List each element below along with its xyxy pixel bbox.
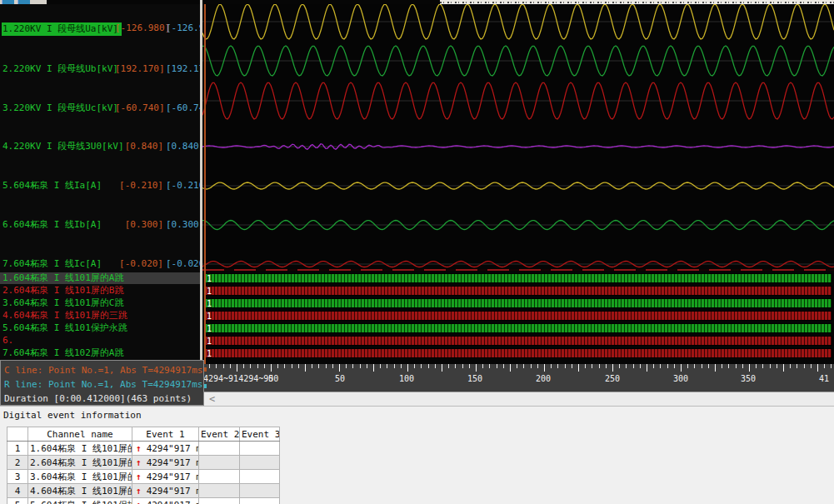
digital-bar: 1	[204, 273, 832, 283]
digital-bar: 1	[204, 323, 832, 333]
r-line-status: R line: Point No.=1, Abs T=4294917ms, Re…	[4, 377, 203, 392]
event-table-row[interactable]: 22.604柘泉 I 线101屏的B跳↑4294"917 ms	[7, 456, 280, 470]
ruler-left-label: 4294~914294~950	[203, 374, 278, 383]
rising-edge-arrow-icon: ↑	[136, 443, 142, 454]
digital-channel-row[interactable]: 4.604柘泉 I 线101屏的三跳	[0, 310, 200, 322]
digital-bar-value: 1	[207, 348, 212, 359]
event-2-cell	[199, 498, 240, 504]
digital-channel-row[interactable]: 7.604柘泉 I 线102屏的A跳	[0, 347, 200, 359]
analog-channel-name: 5.604柘泉 I 线Ia[A]	[2, 180, 102, 192]
event-table-header-cell	[7, 427, 28, 442]
rising-edge-arrow-icon: ↑	[136, 472, 142, 482]
ruler-tick-label: 250	[605, 374, 620, 383]
analog-channel-name: 3.220KV I 段母线Uc[kV]	[2, 102, 118, 114]
event-row-number: 3	[7, 470, 28, 484]
rising-edge-arrow-icon: ↑	[136, 457, 142, 468]
analog-channel-name: 2.220KV I 段母线Ub[kV]	[2, 63, 118, 75]
event-table-header-row: Channel nameEvent 1Event 2Event 3	[7, 427, 280, 442]
event-1-cell: ↑4294"917 ms	[132, 456, 199, 470]
digital-channel-row[interactable]: 5.604柘泉 I 线101保护永跳	[0, 322, 200, 334]
event-section-header: Digital event information	[0, 406, 834, 427]
analog-channel-value-2: [-0.020]	[166, 258, 200, 270]
analog-channel-value-2: [-126.980]	[166, 22, 200, 34]
analog-channel-value-2: [-60.740]	[166, 102, 200, 114]
event-channel-name: 3.604柘泉 I 线101屏的C跳	[28, 470, 132, 484]
digital-channel-list: 1.604柘泉 I 线101屏的A跳2.604柘泉 I 线101屏的B跳3.60…	[0, 271, 200, 364]
ruler-tick-label: 300	[673, 374, 688, 383]
c-line-status: C line: Point No.=1, Abs T=4294917ms, Re…	[4, 363, 203, 377]
digital-bar: 1	[204, 311, 832, 321]
event-3-cell	[240, 456, 280, 470]
ruler-tick-label: 350	[741, 374, 756, 383]
event-2-cell	[199, 456, 240, 470]
digital-channel-row[interactable]: 2.604柘泉 I 线101屏的B跳	[0, 285, 200, 297]
waveform-plot-area[interactable]	[202, 4, 834, 271]
analog-channel-name: 7.604柘泉 I 线Ic[A]	[2, 258, 102, 270]
event-table-row[interactable]: 44.604柘泉 I 线101屏的三跳↑4294"917 ms	[7, 484, 280, 498]
digital-bar-value: 1	[207, 323, 212, 334]
analog-channel-row[interactable]: 3.220KV I 段母线Uc[kV][-60.740][-60.740]	[0, 102, 200, 114]
event-row-number: 4	[7, 484, 28, 498]
ruler-tick-label: 41	[819, 374, 829, 383]
analog-channel-row[interactable]: 2.220KV I 段母线Ub[kV][192.170][192.170]	[0, 63, 200, 75]
event-2-cell	[199, 484, 240, 498]
analog-channel-value-2: [0.300]	[166, 219, 200, 231]
ruler-tick-label: 200	[536, 374, 551, 383]
digital-bar-value: 1	[207, 286, 212, 297]
event-3-cell	[240, 442, 280, 456]
digital-channel-row[interactable]: 6.	[0, 335, 200, 347]
analog-channel-row[interactable]: 5.604柘泉 I 线Ia[A][-0.210][-0.210]	[0, 180, 200, 192]
analog-channel-value-1: [0.840]	[115, 141, 163, 152]
analog-channel-list: 1.220KV I 段母线Ua[kV][-126.980][-126.980]2…	[0, 4, 200, 271]
digital-bar: 1	[204, 336, 832, 346]
event-2-cell	[199, 470, 240, 484]
event-2-cell	[199, 442, 240, 456]
analog-channel-row[interactable]: 4.220KV I 段母线3U0[kV][0.840][0.840]	[0, 141, 200, 152]
rising-edge-arrow-icon: ↑	[136, 486, 142, 497]
event-table-header-cell: Event 2	[199, 427, 240, 442]
digital-channel-row[interactable]: 1.604柘泉 I 线101屏的A跳	[0, 272, 200, 284]
event-table-header-cell: Event 1	[132, 427, 199, 442]
analog-channel-row[interactable]: 1.220KV I 段母线Ua[kV][-126.980][-126.980]	[0, 22, 200, 34]
event-table-row[interactable]: 55.604柘泉 I 线101保护永跳↑4294"917 ms	[7, 498, 280, 504]
time-cursor-line[interactable]	[204, 4, 206, 364]
digital-bar: 1	[204, 348, 832, 358]
analog-channel-name: 6.604柘泉 I 线Ib[A]	[2, 219, 102, 231]
digital-bar-value: 1	[207, 311, 212, 322]
oscillography-viewer-window: { "toolbar": { "icons": ["toolbar-button…	[0, 0, 834, 504]
digital-channel-row[interactable]: 3.604柘泉 I 线101屏的C跳	[0, 297, 200, 309]
ruler-tick-label: 50	[335, 374, 345, 383]
event-row-number: 5	[7, 498, 28, 504]
horizontal-scrollbar[interactable]: <	[204, 392, 834, 406]
analog-channel-row[interactable]: 6.604柘泉 I 线Ib[A][0.300][0.300]	[0, 219, 200, 231]
time-ruler[interactable]: 4294~914294~950 05010015020025030035041	[202, 364, 834, 392]
analog-channel-value-1: [-0.210]	[115, 180, 163, 192]
analog-channel-row[interactable]: 7.604柘泉 I 线Ic[A][-0.020][-0.020]	[0, 258, 200, 270]
event-1-cell: ↑4294"917 ms	[132, 498, 199, 504]
ruler-tick-label: 100	[399, 374, 414, 383]
scroll-left-icon[interactable]: <	[209, 393, 215, 406]
digital-bar: 1	[204, 298, 832, 308]
clipped-titlebar-text	[440, 0, 834, 3]
event-table-row[interactable]: 11.604柘泉 I 线101屏的A跳↑4294"917 ms	[7, 442, 280, 456]
duration-status: Duration [0:00.412000](463 points)	[4, 392, 203, 406]
event-1-cell: ↑4294"917 ms	[132, 442, 199, 456]
event-channel-name: 4.604柘泉 I 线101屏的三跳	[28, 484, 132, 498]
event-channel-name: 2.604柘泉 I 线101屏的B跳	[28, 456, 132, 470]
digital-signal-bars: 1111111	[202, 271, 834, 364]
titlebar-text-sliver	[440, 2, 834, 3]
analog-channel-name: 4.220KV I 段母线3U0[kV]	[2, 141, 124, 152]
event-section-title: Digital event information	[3, 410, 142, 421]
event-table-header-cell: Channel name	[28, 427, 132, 442]
event-channel-name: 1.604柘泉 I 线101屏的A跳	[28, 442, 132, 456]
digital-bar-value: 1	[207, 273, 212, 284]
analog-channel-value-1: [192.170]	[115, 63, 163, 75]
analog-channel-name: 1.220KV I 段母线Ua[kV]	[2, 22, 122, 36]
digital-bar: 1	[204, 286, 832, 296]
panel-splitter[interactable]	[200, 0, 202, 406]
event-3-cell	[240, 484, 280, 498]
event-channel-name: 5.604柘泉 I 线101保护永跳	[28, 498, 132, 504]
digital-bar-value: 1	[207, 298, 212, 309]
analog-waveforms	[202, 4, 834, 271]
event-table-row[interactable]: 33.604柘泉 I 线101屏的C跳↑4294"917 ms	[7, 470, 280, 484]
